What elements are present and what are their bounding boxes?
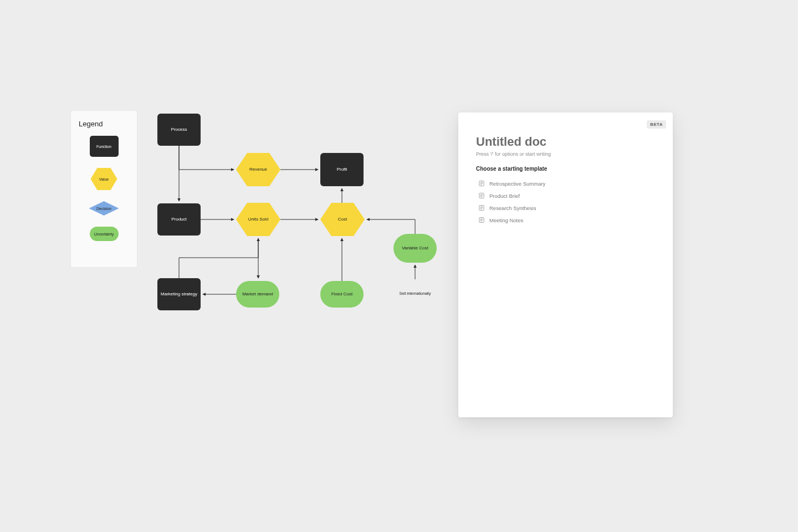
node-process-label: Process (171, 127, 187, 132)
doc-template-icon (478, 217, 485, 223)
legend-title: Legend (79, 120, 137, 128)
node-market-demand[interactable]: Market demand (236, 281, 279, 308)
template-item-label: Meeting Notes (489, 217, 523, 223)
doc-hint: Press '/' for options or start writing (476, 151, 655, 157)
node-units-sold[interactable]: Units Sold (236, 203, 280, 236)
legend-uncertainty-label: Uncertainty (94, 232, 114, 236)
doc-panel[interactable]: BETA Untitled doc Press '/' for options … (458, 112, 673, 417)
legend-panel: Legend Function Value Decision Uncertain… (71, 111, 137, 267)
node-product[interactable]: Product (157, 203, 201, 236)
node-market-demand-label: Market demand (242, 291, 273, 297)
node-fixed-cost[interactable]: Fixed Cost (320, 281, 364, 308)
doc-template-icon (478, 180, 485, 187)
node-fixed-cost-label: Fixed Cost (331, 291, 352, 297)
node-sell-internationally-label: Sell internationally (400, 291, 431, 296)
node-marketing-strategy[interactable]: Marketing strategy (157, 278, 201, 310)
node-profit[interactable]: Profit (320, 153, 364, 186)
node-revenue[interactable]: Revenue (236, 153, 280, 186)
node-sell-internationally[interactable]: Sell internationally (390, 279, 440, 308)
template-item-label: Retrospective Summary (489, 181, 545, 187)
template-item-retrospective-summary[interactable]: Retrospective Summary (476, 177, 655, 190)
template-item-label: Research Synthesis (489, 205, 536, 211)
node-product-label: Product (171, 217, 187, 222)
legend-function: Function (90, 136, 119, 157)
node-variable-cost[interactable]: Variable Cost (393, 234, 437, 263)
legend-decision: Decision (89, 201, 119, 216)
doc-title[interactable]: Untitled doc (476, 135, 655, 149)
template-item-product-brief[interactable]: Product Brief (476, 190, 655, 202)
doc-template-icon (478, 192, 485, 199)
node-variable-cost-label: Variable Cost (402, 245, 428, 251)
legend-value-label: Value (99, 177, 109, 181)
template-heading: Choose a starting template (476, 166, 655, 172)
legend-uncertainty: Uncertainty (90, 227, 119, 241)
node-revenue-label: Revenue (249, 167, 267, 172)
doc-template-icon (478, 204, 485, 211)
template-item-meeting-notes[interactable]: Meeting Notes (476, 214, 655, 226)
node-cost-label: Cost (338, 217, 347, 222)
legend-function-label: Function (96, 145, 111, 149)
diagram-canvas[interactable]: Process Revenue Profit Product Units Sol… (155, 111, 443, 316)
legend-value: Value (91, 168, 117, 190)
template-item-label: Product Brief (489, 193, 520, 199)
node-marketing-strategy-label: Marketing strategy (161, 291, 197, 297)
node-profit-label: Profit (337, 167, 347, 172)
template-item-research-synthesis[interactable]: Research Synthesis (476, 202, 655, 214)
node-cost[interactable]: Cost (320, 203, 365, 236)
node-process[interactable]: Process (157, 114, 201, 146)
legend-decision-label: Decision (89, 201, 119, 216)
beta-badge: BETA (647, 120, 666, 129)
legend-items: Function Value Decision Uncertainty (71, 136, 137, 241)
node-units-sold-label: Units Sold (248, 217, 268, 222)
